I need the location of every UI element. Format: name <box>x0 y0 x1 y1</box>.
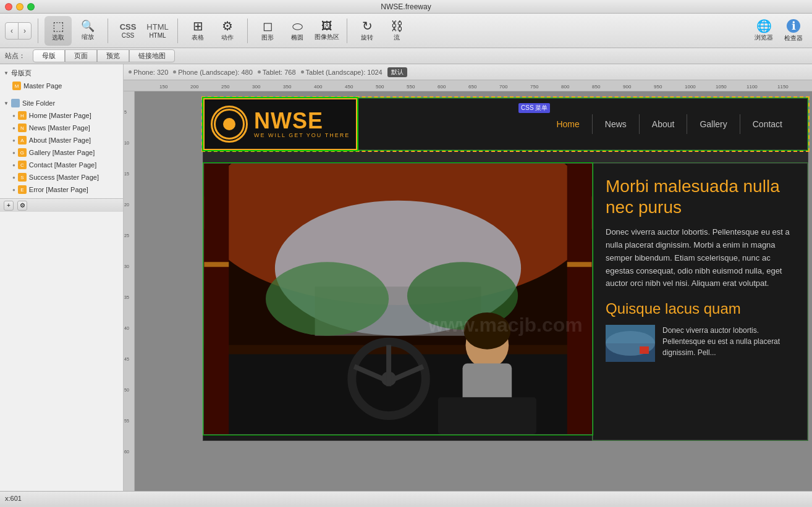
master-page-header[interactable]: ▼ 母版页 <box>0 67 123 80</box>
html-tool[interactable]: HTML HTML <box>144 16 171 46</box>
svg-rect-18 <box>567 164 592 434</box>
back-button[interactable]: ‹ <box>5 22 19 40</box>
ruler-mark-650: 650 <box>468 84 476 90</box>
content-image <box>203 163 593 435</box>
bullet-about: ● <box>12 138 15 143</box>
flow-icon: ⛓ <box>391 20 403 32</box>
rl-mark-35: 35 <box>124 295 129 300</box>
bullet-contact: ● <box>12 162 15 168</box>
master-page-icon: M <box>12 82 21 90</box>
bp-phone-label: Phone: 320 <box>133 69 168 76</box>
inspector-button[interactable]: ℹ 检查器 <box>780 16 807 46</box>
ruler-mark-450: 450 <box>345 84 353 90</box>
bp-tablet[interactable]: Tablet: 768 <box>258 69 296 76</box>
content-text: Morbi malesuada nulla nec purus Donec vi… <box>593 163 808 440</box>
select-tool[interactable]: ⬚ 选取 <box>44 16 72 46</box>
tab-preview[interactable]: 预览 <box>97 49 129 62</box>
css-tool[interactable]: CSS CSS <box>114 16 142 46</box>
site-content: Morbi malesuada nulla nec purus Donec vi… <box>203 163 808 441</box>
minimize-button[interactable] <box>16 3 23 10</box>
svg-rect-16 <box>438 397 536 434</box>
select-label: 选取 <box>52 33 64 42</box>
content-main-body: Donec viverra auctor lobortis. Pellentes… <box>606 226 795 290</box>
shape-tool[interactable]: ◻ 图形 <box>254 16 281 46</box>
add-page-button[interactable]: + <box>4 201 14 211</box>
content-main-heading: Morbi malesuada nulla nec purus <box>606 176 795 217</box>
site-preview: NWSE WE WILL GET YOU THERE CSS 菜单 Home N… <box>203 98 808 441</box>
site-folder-label: Site Folder <box>22 99 55 107</box>
sidebar-settings-button[interactable]: ⚙ <box>17 201 27 211</box>
table-tool[interactable]: ⊞ 表格 <box>184 16 211 46</box>
back-forward-nav: ‹ › <box>5 16 32 46</box>
sidebar-item-about[interactable]: ● A About [Master Page] <box>0 134 123 146</box>
sidebar-item-master[interactable]: M Master Page <box>0 80 123 92</box>
ruler-mark-1150: 1150 <box>777 84 789 90</box>
header-divider <box>203 151 808 163</box>
logo-subtitle: WE WILL GET YOU THERE <box>254 132 350 138</box>
sidebar-item-news[interactable]: ● N News [Master Page] <box>0 122 123 134</box>
rl-mark-15: 15 <box>124 172 129 176</box>
status-position: x:601 <box>5 495 22 502</box>
zoom-tool[interactable]: 🔍 缩放 <box>74 16 101 46</box>
shape-icon: ◻ <box>263 20 273 32</box>
ruler-mark-400: 400 <box>314 84 322 90</box>
close-button[interactable] <box>5 3 12 10</box>
forward-button[interactable]: › <box>18 22 32 40</box>
rotate-tool[interactable]: ↻ 旋转 <box>353 16 381 46</box>
bp-tablet-landscape[interactable]: Tablet (Landscape): 1024 <box>301 69 383 76</box>
master-page-label: 母版页 <box>11 69 32 78</box>
css-label: CSS <box>122 32 135 39</box>
nav-news[interactable]: News <box>593 114 640 134</box>
table-label: 表格 <box>192 33 204 42</box>
canvas-row: 5 10 15 20 25 30 35 40 45 50 55 60 <box>124 91 812 491</box>
bp-dot-2 <box>173 70 176 73</box>
zoom-label: 缩放 <box>82 33 94 41</box>
nav-contact[interactable]: Contact <box>740 114 795 134</box>
nav-menu: Home News About Gallery Contact <box>544 114 795 134</box>
flow-tool[interactable]: ⛓ 流 <box>383 16 410 46</box>
maximize-button[interactable] <box>27 3 35 10</box>
sidebar-item-contact[interactable]: ● C Contact [Master Page] <box>0 159 123 171</box>
toolbar: ‹ › ⬚ 选取 🔍 缩放 CSS CSS HTML HTML ⊞ 表格 ⚙ 动… <box>0 14 812 48</box>
tab-linkmap[interactable]: 链接地图 <box>129 49 175 62</box>
bp-default[interactable]: 默认 <box>387 67 407 77</box>
sidebar-item-home[interactable]: ● H Home [Master Page] <box>0 109 123 122</box>
news-page-icon: N <box>18 124 27 132</box>
bullet-success: ● <box>12 175 15 180</box>
error-page-label: Error [Master Page] <box>29 186 88 193</box>
browser-button[interactable]: 🌐 浏览器 <box>750 16 777 46</box>
svg-rect-24 <box>640 346 649 354</box>
html-icon: HTML <box>146 23 168 31</box>
bp-tablet-label: Tablet: 768 <box>263 69 296 76</box>
separator-2 <box>108 19 108 43</box>
oval-tool[interactable]: ⬭ 椭圆 <box>284 16 311 46</box>
content-subheading: Quisque lacus quam <box>606 300 795 317</box>
action-tool[interactable]: ⚙ 动作 <box>214 16 241 46</box>
tab-page[interactable]: 页面 <box>65 49 97 62</box>
ruler-mark-200: 200 <box>190 84 198 90</box>
select-icon: ⬚ <box>53 20 64 32</box>
sidebar-item-gallery[interactable]: ● G Gallery [Master Page] <box>0 146 123 159</box>
bp-phone[interactable]: Phone: 320 <box>129 69 168 76</box>
canvas[interactable]: NWSE WE WILL GET YOU THERE CSS 菜单 Home N… <box>135 91 812 491</box>
master-page-name: Master Page <box>23 82 62 90</box>
bp-dot-3 <box>258 70 261 73</box>
bp-dot-1 <box>129 70 132 73</box>
tab-master[interactable]: 母版 <box>33 49 65 62</box>
bp-phone-landscape[interactable]: Phone (Landscape): 480 <box>173 69 252 76</box>
sidebar-item-success[interactable]: ● S Success [Master Page] <box>0 171 123 183</box>
site-folder-header[interactable]: ▼ Site Folder <box>0 97 123 109</box>
ruler-mark-750: 750 <box>530 84 538 90</box>
ruler-mark-300: 300 <box>252 84 260 90</box>
nav-gallery[interactable]: Gallery <box>687 114 740 134</box>
ruler-vertical: 5 10 15 20 25 30 35 40 45 50 55 60 <box>124 91 135 491</box>
nav-about[interactable]: About <box>640 114 688 134</box>
content-mini-text-content: Donec viverra auctor lobortis. Pellentes… <box>662 325 795 362</box>
sidebar-item-error[interactable]: ● E Error [Master Page] <box>0 183 123 196</box>
rl-mark-10: 10 <box>124 141 129 145</box>
nav-home[interactable]: Home <box>544 114 592 134</box>
imagemap-tool[interactable]: 🖼 图像热区 <box>313 16 340 46</box>
rl-mark-5: 5 <box>124 110 127 114</box>
window-controls[interactable] <box>5 3 35 10</box>
ruler-mark-150: 150 <box>159 84 167 90</box>
